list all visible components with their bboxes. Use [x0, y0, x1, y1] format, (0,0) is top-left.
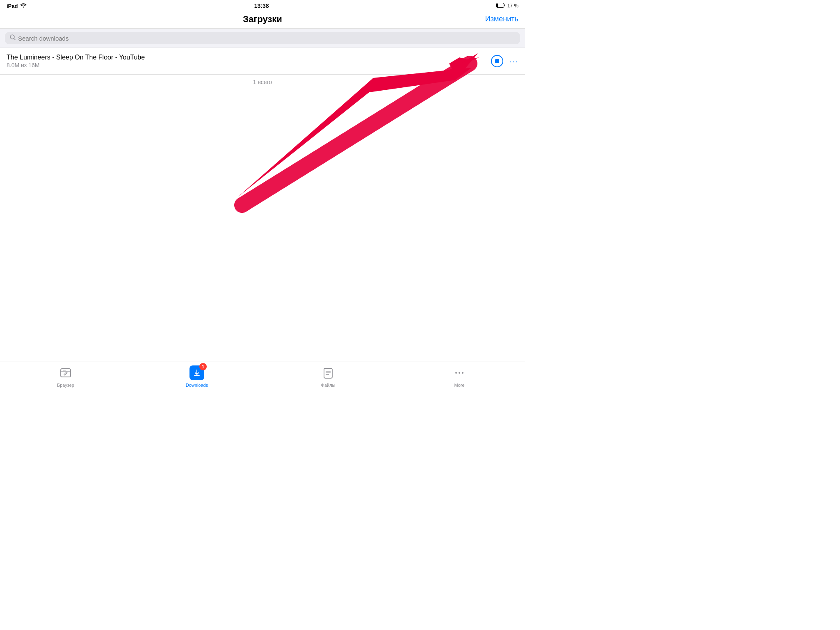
tab-browser-label: Браузер — [57, 383, 74, 388]
download-title: The Lumineers - Sleep On The Floor - You… — [7, 54, 486, 61]
tab-downloads[interactable]: 1 Downloads — [180, 365, 213, 388]
more-options-button[interactable]: ··· — [509, 57, 518, 66]
svg-rect-12 — [324, 368, 332, 378]
files-icon — [322, 366, 335, 379]
downloads-badge: 1 — [199, 363, 207, 370]
tab-more-label: More — [454, 383, 464, 388]
stop-icon — [495, 59, 499, 63]
svg-point-18 — [462, 372, 463, 374]
tab-bar: Браузер 1 Downloads Файлы — [0, 361, 525, 394]
files-icon-wrap — [320, 365, 336, 381]
browser-icon — [59, 366, 72, 379]
tab-files-label: Файлы — [321, 383, 336, 388]
total-count: 1 всего — [0, 75, 525, 89]
download-size: 8.0M из 16M — [7, 62, 486, 68]
download-info: The Lumineers - Sleep On The Floor - You… — [7, 54, 486, 68]
download-list: The Lumineers - Sleep On The Floor - You… — [0, 48, 525, 75]
status-time: 13:38 — [254, 2, 269, 9]
wifi-icon — [20, 3, 27, 9]
download-controls: ··· — [491, 55, 518, 67]
status-right: 17 % — [496, 3, 518, 9]
edit-button[interactable]: Изменить — [485, 15, 518, 23]
svg-rect-2 — [504, 4, 505, 6]
battery-label: 17 % — [507, 3, 518, 9]
search-input[interactable] — [18, 35, 515, 42]
tab-more[interactable]: More — [443, 365, 476, 388]
browser-icon-wrap — [57, 365, 74, 381]
tab-downloads-label: Downloads — [186, 383, 208, 388]
svg-rect-1 — [497, 3, 498, 7]
downloads-icon-wrap: 1 — [189, 365, 205, 381]
nav-title: Загрузки — [243, 14, 282, 25]
nav-bar: Загрузки Изменить — [0, 11, 525, 29]
battery-icon — [496, 3, 505, 9]
more-icon — [453, 366, 466, 379]
tab-files[interactable]: Файлы — [312, 365, 345, 388]
stop-button[interactable] — [491, 55, 503, 67]
svg-point-16 — [455, 372, 457, 374]
search-bar[interactable] — [5, 32, 520, 44]
download-item: The Lumineers - Sleep On The Floor - You… — [0, 48, 525, 75]
tab-browser[interactable]: Браузер — [49, 365, 82, 388]
svg-point-17 — [459, 372, 460, 374]
status-bar: iPad 13:38 17 % — [0, 0, 525, 11]
status-left: iPad — [7, 3, 27, 9]
search-icon — [10, 34, 16, 42]
search-container — [0, 29, 525, 48]
device-label: iPad — [7, 3, 18, 9]
more-icon-wrap — [451, 365, 468, 381]
svg-line-4 — [14, 39, 15, 40]
